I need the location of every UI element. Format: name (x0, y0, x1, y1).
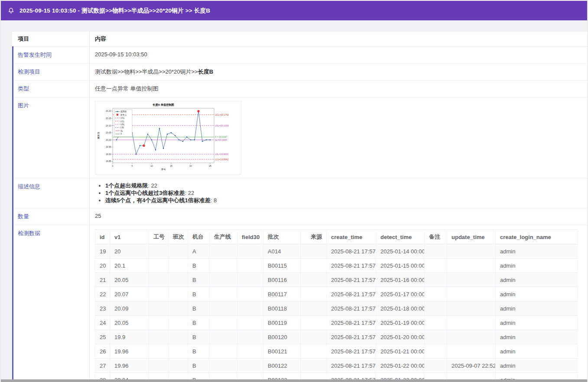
bullet-value: : 8 (211, 197, 217, 204)
cell-生产线 (210, 244, 237, 259)
detect-item-label: 检测项目 (13, 64, 90, 81)
cell-id: 22 (95, 287, 110, 301)
bottom-scrollbar[interactable] (1, 379, 587, 382)
cell-create_login_name: admin (496, 344, 578, 359)
cell-工号 (149, 316, 169, 330)
cell-生产线 (210, 259, 237, 273)
cell-create_login_name: admin (496, 301, 578, 316)
row-detect-data: 检测数据 idv1工号班次机台生产线field30批次来源create_time… (13, 225, 588, 382)
table-row: 2519.9BB001202025-08-21 17:57:002025-01-… (95, 330, 578, 344)
svg-text:20.00: 20.00 (106, 139, 111, 141)
svg-text:USL: USL (120, 123, 125, 126)
cell-v1: 19.96 (110, 344, 149, 359)
alarm-time-value: 2025-09-15 10:03:50 (90, 47, 588, 64)
cell-update_time (447, 287, 496, 301)
alert-title: 2025-09-15 10:03:50 - 测试数据>>物料>>半成品>>20*… (19, 7, 210, 15)
column-header-工号: 工号 (149, 230, 169, 244)
cell-来源 (301, 273, 327, 287)
table-row: 2120.05BB001162025-08-21 17:57:002025-01… (95, 273, 578, 287)
cell-detect_time: 2025-01-17 00:00:00 (376, 287, 425, 301)
cell-id: 26 (95, 344, 110, 359)
description-bullets: 1个点超出规格限: 221个点远离中心线超过3倍标准差: 22连续5个点，有4个… (105, 182, 582, 204)
detect-data-header-row: idv1工号班次机台生产线field30批次来源create_timedetec… (95, 230, 578, 244)
cell-批次: B00118 (263, 301, 301, 316)
column-header-来源: 来源 (301, 230, 327, 244)
cell-来源 (301, 330, 327, 344)
info-col-item: 项目 (13, 32, 90, 47)
cell-v1: 20.09 (110, 301, 149, 316)
cell-生产线 (210, 344, 237, 359)
cell-生产线 (210, 330, 237, 344)
cell-生产线 (210, 316, 237, 330)
cell-来源 (301, 359, 327, 373)
column-header-班次: 班次 (169, 230, 188, 244)
cell-来源 (301, 287, 327, 301)
cell-create_login_name: admin (496, 287, 578, 301)
column-header-create_time: create_time (327, 230, 376, 244)
cell-备注 (425, 259, 447, 273)
svg-text:UCL=20.1752: UCL=20.1752 (215, 113, 229, 116)
cell-v1: 19.9 (110, 330, 149, 344)
cell-create_time: 2025-08-21 17:57:00 (327, 244, 376, 259)
cell-班次 (169, 316, 188, 330)
cell-create_time: 2025-08-21 17:57:00 (327, 259, 376, 273)
column-header-生产线: 生产线 (210, 230, 237, 244)
alert-detail-window: 2025-09-15 10:03:50 - 测试数据>>物料>>半成品>>20*… (0, 0, 588, 382)
cell-field30 (237, 287, 263, 301)
bullet-value: : 22 (148, 182, 157, 189)
cell-工号 (149, 244, 169, 259)
cell-工号 (149, 344, 169, 359)
row-quantity: 数量 25 (13, 208, 588, 225)
cell-update_time (447, 273, 496, 287)
table-row: 2420.05BB001192025-08-21 17:57:002025-01… (95, 316, 578, 330)
svg-text:UCL: UCL (120, 117, 125, 119)
cell-工号 (149, 301, 169, 316)
bell-icon (7, 7, 15, 14)
cell-create_time: 2025-08-21 17:57:00 (327, 301, 376, 316)
svg-text:20: 20 (189, 165, 192, 167)
control-chart-image[interactable]: UCL=20.1752USL=20.1000X̄ = 20.0197SL=20.… (95, 101, 241, 175)
cell-机台: B (188, 344, 210, 359)
description-bullet: 连续5个点，有4个点远离中心线1倍标准差: 8 (105, 197, 582, 204)
cell-v1: 20.05 (110, 316, 149, 330)
svg-text:20.10: 20.10 (106, 124, 111, 127)
cell-来源 (301, 259, 327, 273)
cell-field30 (237, 359, 263, 373)
svg-text:20.05: 20.05 (106, 131, 111, 134)
bullet-value: : 22 (185, 190, 194, 196)
svg-text:USL=20.1000: USL=20.1000 (215, 124, 229, 127)
svg-text:15: 15 (170, 165, 172, 167)
table-row: 2619.96BB001212025-08-21 17:57:002025-01… (95, 344, 578, 359)
cell-机台: B (188, 359, 210, 373)
cell-create_login_name: admin (496, 330, 578, 344)
quantity-label: 数量 (13, 208, 90, 225)
info-header-row: 项目 内容 (13, 32, 588, 47)
cell-机台: B (188, 259, 210, 273)
cell-create_login_name: admin (496, 259, 578, 273)
svg-text:19.95: 19.95 (106, 146, 111, 148)
cell-create_time: 2025-08-21 17:57:00 (327, 316, 376, 330)
svg-text:10: 10 (150, 165, 153, 167)
cell-备注 (425, 359, 447, 373)
table-row: 2020.1BB001152025-08-21 17:57:002025-01-… (95, 259, 578, 273)
cell-工号 (149, 287, 169, 301)
svg-text:LSL=19.9000: LSL=19.9000 (215, 153, 228, 155)
cell-班次 (169, 244, 188, 259)
cell-生产线 (210, 287, 237, 301)
detect-item-value: 测试数据>>物料>>半成品>>20*20铜片>>长度B (90, 64, 588, 81)
cell-备注 (425, 273, 447, 287)
svg-text:19.90: 19.90 (106, 153, 111, 155)
svg-text:SL=20.0000: SL=20.0000 (215, 139, 227, 141)
cell-id: 23 (95, 301, 110, 316)
cell-来源 (301, 316, 327, 330)
cell-批次: A014 (263, 244, 301, 259)
cell-班次 (169, 301, 188, 316)
cell-field30 (237, 301, 263, 316)
cell-班次 (169, 259, 188, 273)
control-chart: UCL=20.1752USL=20.1000X̄ = 20.0197SL=20.… (95, 101, 241, 174)
cell-v1: 20.07 (110, 287, 149, 301)
cell-id: 21 (95, 273, 110, 287)
cell-detect_time: 2025-01-21 00:00:00 (376, 344, 425, 359)
cell-update_time (447, 316, 496, 330)
cell-field30 (237, 330, 263, 344)
